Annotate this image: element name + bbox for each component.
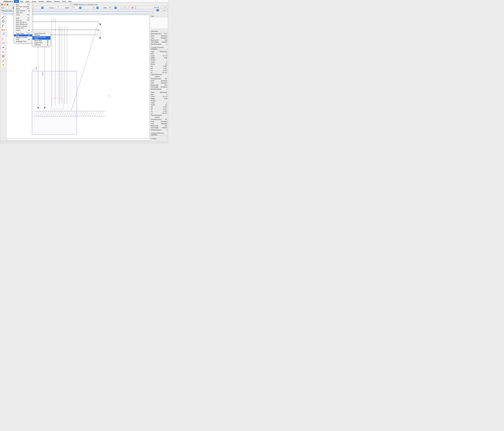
svg-line-57: [97, 111, 99, 116]
circle-tool[interactable]: [1, 19, 6, 23]
zoom-all-button[interactable]: Zoom all: [152, 6, 161, 9]
info-row: Type:Dimension vertical: [151, 73, 167, 78]
window-mode-icon[interactable]: [159, 9, 162, 11]
zoom-out-button[interactable]: −: [161, 6, 164, 9]
print-area-rect[interactable]: [32, 71, 77, 135]
print-area-label: Test: [32, 69, 34, 71]
document-icon: [70, 3, 72, 6]
info-pane-header[interactable]: Information: [150, 30, 168, 32]
svg-marker-71: [99, 37, 101, 39]
info-row: Text height:3.50mm: [151, 41, 167, 43]
stroke-value[interactable]: [35, 7, 40, 9]
zoom-in-button[interactable]: +: [164, 6, 167, 9]
svg-rect-12: [52, 19, 55, 21]
menu-options[interactable]: Options: [45, 0, 53, 3]
svg-line-50: [82, 111, 84, 116]
file-menu-import-tiff-[interactable]: Import TIFF…: [14, 27, 32, 29]
file-menu-new[interactable]: New⌘N: [14, 3, 32, 6]
area-submenu-select-area-with-window[interactable]: Select Area with Window: [32, 32, 50, 36]
menu-symbol[interactable]: Symbol: [37, 0, 45, 3]
file-menu-area[interactable]: Area▶: [14, 35, 32, 36]
svg-line-59: [101, 111, 104, 116]
file-menu-close[interactable]: Close⌘W: [14, 14, 32, 16]
file-menu-multipage-print-[interactable]: Multipage Print…: [14, 40, 32, 42]
file-menu-revert-to-saved[interactable]: Revert to Saved: [14, 25, 32, 27]
dimension-tool[interactable]: 10: [1, 32, 6, 36]
pen-value[interactable]: [6, 7, 11, 9]
svg-line-49: [79, 111, 82, 116]
file-menu-open-2nd-[interactable]: Open 2nd…: [14, 12, 32, 14]
file-menu-save[interactable]: Save⌘S: [14, 17, 32, 19]
mirror-tool[interactable]: [1, 41, 6, 45]
corner-tool[interactable]: [1, 37, 6, 41]
group-label: Group:: [49, 7, 54, 9]
area-submenu-delete-area[interactable]: Delete Area▶: [32, 42, 50, 44]
coordinate-readout: X: Y:: [135, 6, 136, 9]
file-menu-new-from-template[interactable]: New from Template: [14, 6, 32, 8]
info-pane: Dimension text:6'-6"Kind:StandardUnit:St…: [150, 32, 168, 46]
arc-tool[interactable]: [1, 24, 6, 28]
text-tool[interactable]: TEXT: [1, 28, 6, 32]
scale-popup[interactable]: ▾: [79, 7, 81, 9]
stair-tool[interactable]: [1, 58, 6, 63]
change-dim-header-2[interactable]: Change Dimension Attributes: [150, 132, 168, 136]
settings-gear-icon[interactable]: ⚙: [93, 7, 95, 9]
trim-tool[interactable]: [1, 45, 6, 50]
menu-help[interactable]: Help: [67, 0, 73, 3]
area-submenu-move-area[interactable]: Move Area▶: [32, 40, 50, 42]
pan-tool[interactable]: ✋: [1, 63, 6, 67]
file-menu-save-group-as[interactable]: Save Group as: [14, 21, 32, 23]
close-window[interactable]: [1, 4, 3, 5]
menu-layer[interactable]: Layer: [24, 0, 31, 3]
info-row: Dimension text:10": [151, 118, 167, 121]
file-menu-save-as-[interactable]: Save as…⇧⌘S: [14, 19, 32, 21]
menu-group[interactable]: Group: [30, 0, 37, 3]
file-menu-save-window-as[interactable]: Save Window as: [14, 23, 32, 25]
file-menu-page-setup-[interactable]: Page Setup…⇧⌘P: [14, 32, 32, 35]
line-tool[interactable]: [1, 15, 6, 19]
change-dim-header[interactable]: Change Dimension Attributes: [150, 46, 168, 50]
fullscreen-icon[interactable]: [156, 9, 159, 11]
info-row: Group:: [151, 100, 167, 102]
symbols-pane-header[interactable]: Symbols: [150, 137, 168, 140]
file-menu-export[interactable]: Export▶: [14, 29, 32, 31]
info-row: Text height:50.80mm: [151, 86, 167, 88]
file-menu-open-[interactable]: Open…⌘O: [14, 8, 32, 10]
zoom-window[interactable]: [7, 4, 8, 5]
svg-text:10": 10": [97, 29, 99, 31]
menu-edit[interactable]: Edit: [19, 0, 24, 3]
delete-x-icon[interactable]: ✕: [124, 7, 126, 9]
menu-tools[interactable]: Tools: [61, 0, 67, 3]
menu-file[interactable]: File: [14, 0, 19, 3]
file-menu-header-footer-[interactable]: Header & Footer…: [14, 36, 32, 38]
view-pane-header[interactable]: View: [150, 15, 168, 18]
file-menu-open-recent[interactable]: Open Recent▶: [14, 10, 32, 12]
view-slider[interactable]: [151, 28, 167, 29]
info-row: Layer:1: [151, 61, 167, 63]
info-row: x0:-2 3/4": [151, 65, 167, 67]
group-value[interactable]: [55, 7, 61, 9]
undo-arrow-icon[interactable]: ↶: [128, 7, 130, 9]
filter-popup[interactable]: ▾: [115, 7, 117, 9]
linestyle-popup[interactable]: ≡: [41, 7, 44, 9]
scale-value[interactable]: 1"=1': [71, 7, 78, 9]
window-controls: [1, 4, 8, 5]
file-menu-print-[interactable]: Print…▶: [14, 38, 32, 40]
minimize-window[interactable]: [4, 4, 6, 5]
settings-popup[interactable]: ▾: [96, 7, 99, 9]
svg-text:6'-6": 6'-6": [36, 67, 37, 70]
wall-tool[interactable]: [1, 50, 6, 54]
menu-window[interactable]: Window: [53, 0, 61, 3]
area-submenu-select-area-with-page[interactable]: Select Area with Page: [32, 36, 50, 40]
horizontal-scrollbar[interactable]: [7, 138, 150, 141]
magnet-icon[interactable]: 🧲: [131, 7, 134, 9]
hint-text: Move print area: [1, 10, 12, 11]
pen-label: Pen:: [1, 7, 4, 9]
esc-button[interactable]: esc: [162, 9, 167, 11]
hatch-tool[interactable]: [1, 54, 6, 58]
info-row: Unit:Standard: [151, 123, 167, 125]
area-submenu-edit-area[interactable]: Edit Area▶: [32, 44, 50, 46]
snap-toggle-icon[interactable]: ↘: [120, 7, 123, 9]
filter-value[interactable]: All: [109, 7, 113, 9]
app-name[interactable]: CADintosh X: [2, 0, 14, 2]
